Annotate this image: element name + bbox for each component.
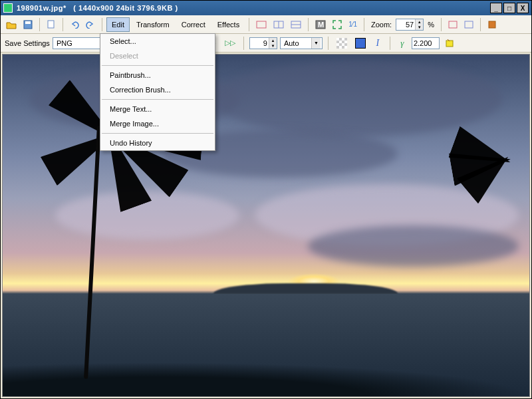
- window-b-button[interactable]: [462, 18, 476, 31]
- close-button[interactable]: X: [517, 3, 529, 13]
- menu-separator: [102, 99, 213, 100]
- save-button[interactable]: [21, 18, 35, 31]
- svg-text:M: M: [318, 21, 324, 29]
- minimize-button[interactable]: _: [490, 3, 502, 13]
- separator: [480, 18, 481, 31]
- svg-rect-12: [489, 21, 495, 28]
- separator: [243, 37, 244, 50]
- zoom-input[interactable]: [396, 19, 415, 30]
- edit-dropdown: Select... Deselect Paintbrush... Correct…: [100, 33, 215, 151]
- auto-value: Auto: [282, 39, 301, 47]
- gamma-field[interactable]: [412, 37, 440, 49]
- distant-land: [213, 283, 398, 293]
- save-toolbar: Save Settings PNG ▼ ⇤ ▷ ▷▷ ▲▼ Auto ▼ I γ: [1, 34, 531, 53]
- auto-select[interactable]: Auto ▼: [280, 37, 323, 49]
- view-split-v-button[interactable]: [288, 18, 304, 31]
- format-value: PNG: [55, 39, 74, 47]
- redo-button[interactable]: [83, 18, 98, 31]
- app-window: 198901w.jpg* ( 1440x900 24bit 3796.9KB )…: [0, 0, 532, 399]
- main-toolbar: Edit Transform Correct Effects M 1⁄1 Zoo…: [1, 15, 531, 34]
- separator: [102, 18, 102, 31]
- palm-tree-right: [477, 102, 530, 205]
- menu-item-undo-history[interactable]: Undo History: [100, 136, 215, 150]
- number-spinner[interactable]: ▲▼: [249, 37, 277, 49]
- separator: [39, 18, 40, 31]
- window-a-button[interactable]: [446, 18, 460, 31]
- menu-effects[interactable]: Effects: [212, 17, 245, 32]
- edit-note-button[interactable]: [442, 37, 457, 50]
- menu-item-merge-image[interactable]: Merge Image...: [100, 116, 215, 131]
- svg-rect-10: [449, 21, 457, 28]
- menu-edit[interactable]: Edit: [106, 17, 130, 32]
- menu-item-select[interactable]: Select...: [100, 34, 215, 49]
- color-button[interactable]: [352, 37, 368, 50]
- separator: [308, 18, 309, 31]
- number-stepper[interactable]: ▲▼: [269, 38, 277, 49]
- checker-icon: [336, 38, 347, 49]
- number-input[interactable]: [250, 38, 269, 49]
- window-title: 198901w.jpg* ( 1440x900 24bit 3796.9KB ): [17, 4, 489, 12]
- menu-separator: [102, 133, 213, 134]
- separator: [364, 18, 364, 31]
- svg-rect-13: [446, 41, 453, 47]
- color-swatch-icon: [355, 38, 366, 49]
- gamma-input[interactable]: [412, 38, 439, 49]
- fit-button[interactable]: [330, 18, 344, 31]
- fast-forward-button[interactable]: ▷▷: [222, 37, 238, 50]
- separator: [63, 18, 63, 31]
- zoom-spinner[interactable]: ▲▼: [396, 19, 424, 31]
- image-canvas[interactable]: [2, 54, 530, 397]
- menu-item-merge-text[interactable]: Merge Text...: [100, 102, 215, 116]
- maximize-button[interactable]: □: [503, 3, 515, 13]
- menu-item-deselect: Deselect: [100, 49, 215, 63]
- zoom-stepper[interactable]: ▲▼: [415, 19, 423, 30]
- marquee-button[interactable]: M: [313, 18, 329, 31]
- app-icon: [3, 3, 13, 13]
- copy-button[interactable]: [44, 18, 59, 31]
- view-single-button[interactable]: [253, 18, 269, 31]
- interlace-button[interactable]: I: [371, 37, 384, 50]
- menu-item-paintbrush[interactable]: Paintbrush...: [100, 68, 215, 82]
- separator: [441, 18, 442, 31]
- menu-separator: [102, 65, 213, 66]
- save-settings-label: Save Settings: [5, 39, 50, 47]
- actual-size-button[interactable]: 1⁄1: [346, 18, 360, 31]
- menu-item-correction-brush[interactable]: Correction Brush...: [100, 82, 215, 97]
- transparency-button[interactable]: [334, 37, 350, 50]
- menu-correct[interactable]: Correct: [176, 17, 211, 32]
- open-button[interactable]: [3, 18, 19, 31]
- filename: 198901w.jpg*: [17, 4, 66, 12]
- view-split-h-button[interactable]: [271, 18, 287, 31]
- svg-rect-2: [48, 21, 54, 28]
- menu-transform[interactable]: Transform: [131, 17, 175, 32]
- zoom-pct: %: [425, 21, 437, 29]
- separator: [390, 37, 390, 50]
- separator: [249, 18, 249, 31]
- titlebar: 198901w.jpg* ( 1440x900 24bit 3796.9KB )…: [1, 1, 531, 15]
- gamma-button[interactable]: γ: [396, 37, 409, 50]
- zoom-label: Zoom:: [368, 21, 394, 29]
- image-info: ( 1440x900 24bit 3796.9KB ): [73, 4, 178, 12]
- separator: [328, 37, 329, 50]
- undo-button[interactable]: [67, 18, 82, 31]
- chevron-down-icon: ▼: [311, 38, 321, 49]
- svg-rect-1: [25, 21, 31, 24]
- options-button[interactable]: [485, 18, 499, 31]
- svg-rect-3: [257, 21, 266, 28]
- svg-rect-11: [465, 21, 473, 28]
